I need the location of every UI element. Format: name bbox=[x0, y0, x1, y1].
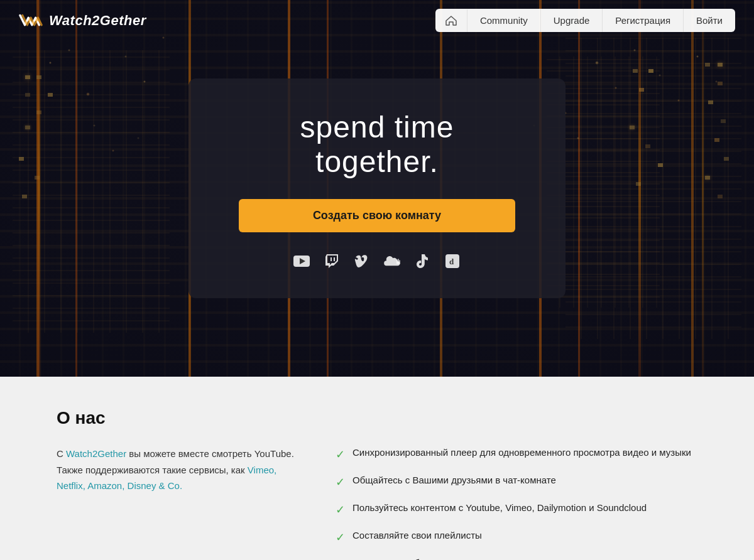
feature-text: Общайтесь с Вашими друзьями в чат-комнат… bbox=[352, 473, 556, 488]
service-icons-row: d bbox=[239, 252, 515, 270]
feature-text: Пользуйтесь контентом с Youtube, Vimeo, … bbox=[352, 501, 647, 515]
check-icon: ✓ bbox=[336, 446, 345, 463]
check-icon: ✓ bbox=[336, 474, 345, 491]
check-icon: ✓ bbox=[336, 502, 345, 519]
feature-item: ✓ Составляйте свои плейлисты bbox=[336, 529, 697, 546]
dailymotion-icon: d bbox=[444, 252, 461, 270]
feature-item: ✓ Синхронизированный плеер для одновреме… bbox=[336, 446, 697, 463]
svg-rect-3 bbox=[331, 257, 332, 261]
feature-item: ✓ Общайтесь с Вашими друзьями в чат-комн… bbox=[336, 473, 697, 491]
check-icon: ✓ bbox=[336, 529, 345, 546]
vimeo-icon bbox=[353, 252, 371, 270]
feature-text: Синхронизированный плеер для одновременн… bbox=[352, 446, 691, 460]
hero-title: spend time together. bbox=[239, 110, 515, 179]
hero-card: spend time together. Создать свою комнат… bbox=[188, 78, 566, 298]
feature-text: Составляйте свои плейлисты bbox=[352, 529, 482, 543]
svg-text:d: d bbox=[449, 257, 454, 266]
nav-home[interactable] bbox=[435, 9, 467, 32]
about-description: С Watch2Gether вы можете вместе смотреть… bbox=[57, 446, 298, 494]
nav-links: Community Upgrade Регистрация Войти bbox=[435, 9, 735, 32]
logo-area: Watch2Gether bbox=[19, 11, 146, 30]
about-section: О нас С Watch2Gether вы можете вместе см… bbox=[0, 377, 754, 560]
about-text-prefix: С bbox=[57, 448, 66, 459]
create-room-button[interactable]: Создать свою комнату bbox=[239, 199, 515, 232]
about-brand-link[interactable]: Watch2Gether bbox=[66, 448, 126, 459]
nav-register[interactable]: Регистрация bbox=[603, 9, 684, 32]
logo-text: Watch2Gether bbox=[49, 13, 146, 29]
nav-login[interactable]: Войти bbox=[684, 9, 735, 32]
soundcloud-icon bbox=[383, 252, 401, 270]
hero-content: spend time together. Создать свою комнат… bbox=[188, 78, 566, 298]
feature-text: Поддержка вебкамеры bbox=[352, 556, 453, 560]
feature-item: ✓ Пользуйтесь контентом с Youtube, Vimeo… bbox=[336, 501, 697, 519]
twitch-icon bbox=[323, 252, 341, 270]
logo-icon bbox=[19, 11, 43, 30]
svg-rect-2 bbox=[334, 257, 335, 261]
navbar: Watch2Gether Community Upgrade Регистрац… bbox=[0, 0, 754, 41]
about-title: О нас bbox=[57, 408, 697, 428]
home-icon bbox=[445, 16, 457, 26]
youtube-icon bbox=[293, 252, 310, 270]
features-list: ✓ Синхронизированный плеер для одновреме… bbox=[336, 446, 697, 560]
check-icon: ✓ bbox=[336, 557, 345, 560]
about-grid: С Watch2Gether вы можете вместе смотреть… bbox=[57, 446, 697, 560]
feature-item: ✓ Поддержка вебкамеры bbox=[336, 556, 697, 560]
nav-community[interactable]: Community bbox=[467, 9, 541, 32]
nav-upgrade[interactable]: Upgrade bbox=[541, 9, 603, 32]
tiktok-icon bbox=[413, 252, 431, 270]
hero-section: spend time together. Создать свою комнат… bbox=[0, 0, 754, 377]
